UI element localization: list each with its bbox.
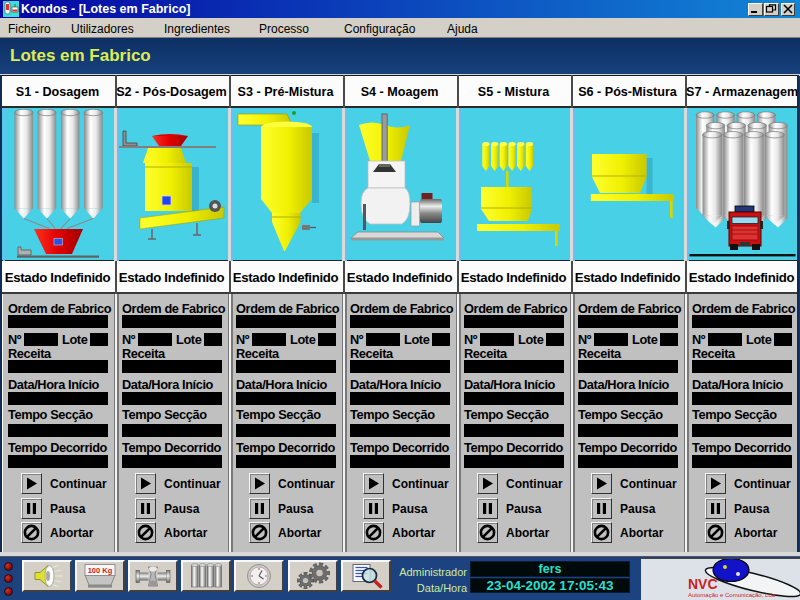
svg-text:NVC: NVC <box>688 576 718 592</box>
svg-text:Automação e Comunicação, Lda: Automação e Comunicação, Lda <box>688 592 776 598</box>
svg-text:100 Kg: 100 Kg <box>88 566 113 575</box>
